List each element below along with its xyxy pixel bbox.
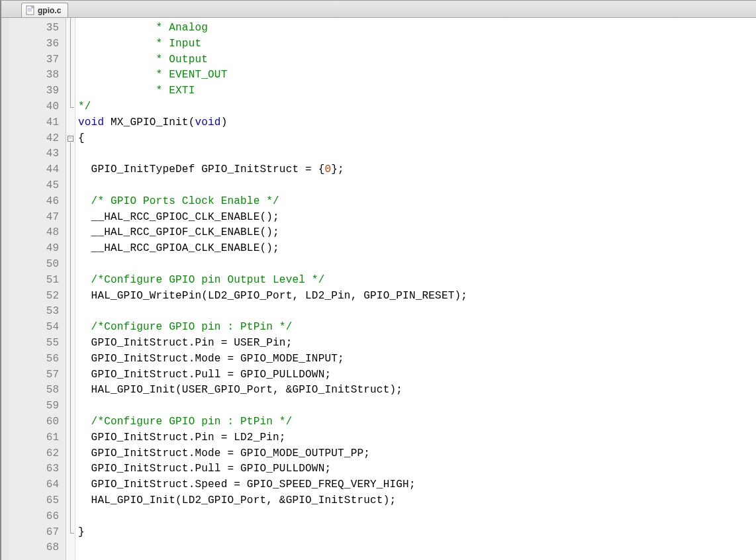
line-number: 56 [9, 351, 59, 367]
code-line[interactable] [78, 146, 756, 162]
line-number: 46 [9, 194, 59, 210]
line-number: 68 [9, 540, 59, 556]
code-line[interactable]: GPIO_InitStruct.Pull = GPIO_PULLDOWN; [78, 367, 756, 383]
line-number: 48 [9, 225, 59, 241]
line-number: 35 [9, 21, 59, 36]
line-number: 37 [9, 52, 59, 68]
line-number-gutter: 3536373839404142434445464748495051525354… [9, 18, 66, 560]
code-line[interactable]: * EXTI [78, 83, 756, 99]
line-number: 44 [9, 162, 59, 178]
code-line[interactable]: } [78, 525, 756, 541]
code-line[interactable]: /*Configure GPIO pin Output Level */ [78, 273, 756, 289]
code-line[interactable]: /*Configure GPIO pin : PtPin */ [78, 414, 756, 430]
line-number: 59 [9, 398, 59, 414]
line-number: 53 [9, 304, 59, 320]
line-number: 66 [9, 509, 59, 525]
fold-column[interactable]: − [66, 18, 75, 560]
code-line[interactable]: * Output [78, 52, 756, 68]
file-tab[interactable]: gpio.c [21, 3, 68, 17]
line-number: 49 [9, 241, 59, 257]
code-line[interactable]: { [78, 131, 756, 147]
code-line[interactable]: GPIO_InitStruct.Mode = GPIO_MODE_OUTPUT_… [78, 446, 756, 462]
line-number: 67 [9, 525, 59, 541]
code-line[interactable]: GPIO_InitStruct.Speed = GPIO_SPEED_FREQ_… [78, 477, 756, 493]
file-tab-label: gpio.c [38, 6, 61, 15]
code-line[interactable] [78, 398, 756, 414]
line-number: 39 [9, 83, 59, 99]
line-number: 40 [9, 99, 59, 115]
line-number: 50 [9, 257, 59, 273]
line-number: 58 [9, 383, 59, 398]
code-line[interactable]: * Analog [78, 21, 756, 36]
line-number: 61 [9, 430, 59, 446]
line-number: 65 [9, 493, 59, 509]
code-line[interactable]: HAL_GPIO_Init(LD2_GPIO_Port, &GPIO_InitS… [78, 493, 756, 509]
code-line[interactable]: void MX_GPIO_Init(void) [78, 115, 756, 131]
code-line[interactable]: HAL_GPIO_Init(USER_GPIO_Port, &GPIO_Init… [78, 383, 756, 398]
code-line[interactable]: /* GPIO Ports Clock Enable */ [78, 194, 756, 210]
code-line[interactable]: __HAL_RCC_GPIOA_CLK_ENABLE(); [78, 241, 756, 257]
line-number: 62 [9, 446, 59, 462]
code-line[interactable] [78, 540, 756, 556]
code-line[interactable]: /*Configure GPIO pin : PtPin */ [78, 320, 756, 336]
fold-toggle[interactable]: − [68, 136, 73, 142]
line-number: 38 [9, 68, 59, 83]
line-number: 47 [9, 210, 59, 226]
line-number: 43 [9, 146, 59, 162]
file-icon [26, 5, 34, 15]
code-area[interactable]: * Analog * Input * Output * EVENT_OUT * … [75, 18, 756, 560]
code-line[interactable]: * Input [78, 36, 756, 52]
line-number: 42 [9, 131, 59, 147]
line-number: 63 [9, 461, 59, 477]
line-number: 54 [9, 320, 59, 336]
code-line[interactable]: __HAL_RCC_GPIOC_CLK_ENABLE(); [78, 210, 756, 226]
code-line[interactable]: GPIO_InitTypeDef GPIO_InitStruct = {0}; [78, 162, 756, 178]
code-editor[interactable]: 3536373839404142434445464748495051525354… [1, 18, 756, 560]
code-line[interactable] [78, 304, 756, 320]
code-line[interactable] [78, 178, 756, 194]
code-line[interactable]: */ [78, 99, 756, 115]
line-number: 52 [9, 289, 59, 304]
code-line[interactable]: GPIO_InitStruct.Pin = LD2_Pin; [78, 430, 756, 446]
line-number: 60 [9, 414, 59, 430]
code-line[interactable]: GPIO_InitStruct.Pin = USER_Pin; [78, 336, 756, 351]
line-number: 64 [9, 477, 59, 493]
line-number: 51 [9, 273, 59, 289]
line-number: 57 [9, 367, 59, 383]
line-number: 55 [9, 336, 59, 351]
tab-bar: gpio.c [1, 1, 756, 18]
code-line[interactable]: GPIO_InitStruct.Mode = GPIO_MODE_INPUT; [78, 351, 756, 367]
code-line[interactable] [78, 257, 756, 273]
code-line[interactable]: GPIO_InitStruct.Pull = GPIO_PULLDOWN; [78, 461, 756, 477]
code-line[interactable]: HAL_GPIO_WritePin(LD2_GPIO_Port, LD2_Pin… [78, 289, 756, 304]
code-line[interactable]: * EVENT_OUT [78, 68, 756, 83]
line-number: 41 [9, 115, 59, 131]
code-line[interactable]: __HAL_RCC_GPIOF_CLK_ENABLE(); [78, 225, 756, 241]
line-number: 36 [9, 36, 59, 52]
code-line[interactable] [78, 509, 756, 525]
line-number: 45 [9, 178, 59, 194]
